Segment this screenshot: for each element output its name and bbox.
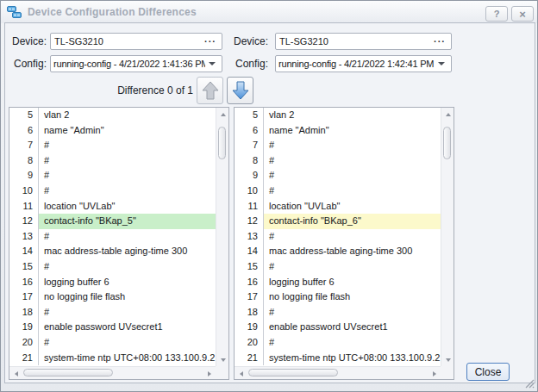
config-pane-right: 5vlan 26name "Admin"7#8#9#10#11location … — [234, 107, 454, 380]
scroll-right-button[interactable] — [428, 367, 441, 380]
code-line: 18# — [235, 305, 441, 320]
line-number: 8 — [235, 153, 264, 169]
horizontal-scrollbar[interactable] — [9, 366, 216, 379]
code-line: 11location "UVLab" — [235, 199, 441, 215]
code-line: 11location "UVLab" — [9, 199, 216, 215]
close-button[interactable]: Close — [466, 363, 510, 381]
scroll-left-button[interactable] — [9, 367, 22, 380]
line-number: 16 — [235, 275, 264, 290]
line-text: # — [39, 305, 216, 320]
scrollbar-thumb[interactable] — [443, 127, 451, 159]
code-line: 20# — [9, 335, 216, 351]
line-text: mac address-table aging-time 300 — [264, 244, 441, 259]
line-number: 5 — [9, 108, 39, 123]
scroll-up-button[interactable] — [441, 108, 454, 121]
line-number: 16 — [9, 275, 39, 290]
previous-difference-button[interactable] — [197, 77, 223, 104]
line-text: # — [39, 335, 216, 351]
device-config-differences-dialog: Device Configuration Differences ? × Dev… — [0, 0, 538, 392]
line-number: 9 — [9, 168, 39, 184]
vertical-scrollbar[interactable] — [441, 108, 454, 366]
line-number: 15 — [9, 259, 39, 275]
line-number: 14 — [235, 244, 264, 259]
vertical-scrollbar[interactable] — [216, 108, 228, 366]
code-line: 16logging buffer 6 — [235, 275, 441, 290]
code-line: 13# — [9, 229, 216, 245]
scroll-right-button[interactable] — [203, 367, 216, 380]
code-line: 6name "Admin" — [9, 123, 216, 139]
line-number: 9 — [235, 168, 264, 184]
browse-device-left-button[interactable]: ··· — [203, 34, 218, 48]
chevron-down-icon — [209, 62, 216, 65]
line-number: 11 — [235, 199, 264, 215]
close-window-button[interactable]: × — [511, 6, 534, 22]
line-number: 21 — [235, 351, 264, 366]
code-line: 12contact-info "BKap_6" — [235, 214, 441, 229]
code-line: 19enable password UVsecret1 — [9, 320, 216, 335]
triangle-down-icon — [446, 358, 451, 362]
next-difference-button[interactable] — [227, 77, 253, 104]
line-number: 18 — [9, 305, 39, 320]
chevron-down-icon — [438, 62, 445, 65]
config-value-right: running-config - 4/21/2022 1:42:41 PM — [278, 59, 435, 69]
scrollbar-thumb[interactable] — [23, 369, 113, 376]
scroll-down-button[interactable] — [441, 353, 454, 366]
line-number: 19 — [9, 320, 39, 335]
line-text: # — [39, 138, 216, 153]
scroll-up-button[interactable] — [216, 108, 229, 121]
line-text: no logging file flash — [39, 289, 216, 305]
device-field-left[interactable]: TL-SG3210 ··· — [50, 33, 222, 50]
code-line: 9# — [9, 168, 216, 184]
line-number: 13 — [9, 229, 39, 245]
code-area[interactable]: 5vlan 26name "Admin"7#8#9#10#11location … — [9, 108, 216, 366]
code-line: 21system-time ntp UTC+08:00 133.100.9.2 … — [9, 351, 216, 366]
line-text: # — [264, 184, 441, 199]
device-label-left: Device: — [8, 33, 47, 50]
device-field-right[interactable]: TL-SG3210 ··· — [275, 33, 452, 50]
code-line: 15# — [235, 259, 441, 275]
line-number: 7 — [235, 138, 264, 153]
scroll-down-button[interactable] — [216, 353, 229, 366]
scrollbar-corner — [441, 366, 454, 379]
line-number: 10 — [9, 184, 39, 199]
line-text: logging buffer 6 — [39, 275, 216, 290]
compare-devices-icon — [7, 5, 22, 19]
config-dropdown-left[interactable]: running-config - 4/21/2022 1:41:36 PM — [50, 55, 222, 72]
code-line: 15# — [9, 259, 216, 275]
resize-grip-icon[interactable] — [524, 378, 535, 389]
help-button[interactable]: ? — [485, 6, 508, 22]
config-dropdown-right[interactable]: running-config - 4/21/2022 1:42:41 PM — [275, 55, 452, 72]
browse-device-right-button[interactable]: ··· — [432, 34, 447, 48]
line-text: name "Admin" — [39, 123, 216, 139]
line-text: # — [39, 184, 216, 199]
code-line: 5vlan 2 — [235, 108, 441, 123]
code-line: 21system-time ntp UTC+08:00 133.100.9.2 … — [235, 351, 441, 366]
line-text: location "UVLab" — [39, 199, 216, 215]
code-area[interactable]: 5vlan 26name "Admin"7#8#9#10#11location … — [235, 108, 441, 366]
arrow-up-icon — [202, 81, 219, 100]
line-number: 6 — [235, 123, 264, 139]
title-bar[interactable]: Device Configuration Differences — [1, 1, 537, 23]
line-text: # — [264, 138, 441, 153]
line-number: 10 — [235, 184, 264, 199]
line-text: name "Admin" — [264, 123, 441, 139]
line-text: # — [39, 168, 216, 184]
code-line: 14mac address-table aging-time 300 — [235, 244, 441, 259]
line-number: 12 — [235, 214, 264, 229]
line-number: 20 — [9, 335, 39, 351]
scrollbar-thumb[interactable] — [218, 127, 226, 159]
line-text: system-time ntp UTC+08:00 133.100.9.2 13 — [39, 351, 216, 366]
code-line: 7# — [9, 138, 216, 153]
triangle-right-icon — [433, 371, 436, 376]
line-text: location "UVLab" — [264, 199, 441, 215]
line-text: enable password UVsecret1 — [39, 320, 216, 335]
line-text: # — [264, 229, 441, 245]
config-pane-left: 5vlan 26name "Admin"7#8#9#10#11location … — [9, 107, 229, 380]
scrollbar-thumb[interactable] — [248, 369, 338, 376]
line-text: vlan 2 — [264, 108, 441, 123]
code-line: 5vlan 2 — [9, 108, 216, 123]
difference-counter: Difference 0 of 1 — [85, 83, 193, 98]
horizontal-scrollbar[interactable] — [235, 366, 441, 379]
code-line: 18# — [9, 305, 216, 320]
scroll-left-button[interactable] — [235, 367, 247, 380]
